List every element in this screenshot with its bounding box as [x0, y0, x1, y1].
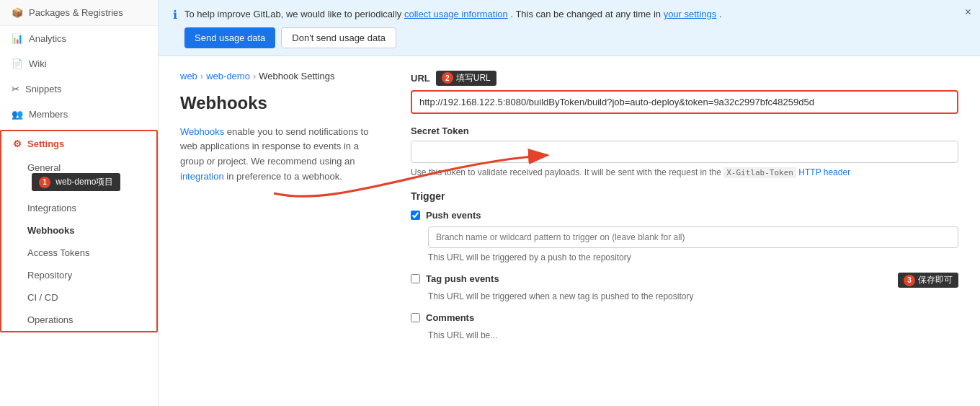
- content-wrapper: web › web-demo › Webhook Settings Webhoo…: [159, 56, 980, 407]
- close-icon[interactable]: ×: [965, 6, 971, 19]
- comments-label[interactable]: Comments: [426, 312, 474, 323]
- content-area: web › web-demo › Webhook Settings Webhoo…: [159, 56, 980, 357]
- fill-url-badge: 2 填写URL: [436, 71, 496, 86]
- breadcrumb: web › web-demo › Webhook Settings: [180, 71, 382, 81]
- comments-checkbox[interactable]: [411, 313, 420, 322]
- push-events-group: Push events This URL will be triggered b…: [411, 209, 958, 264]
- members-item[interactable]: 👥 Members: [0, 102, 158, 127]
- page-title: Webhooks: [180, 93, 382, 113]
- main-content: ℹ To help improve GitLab, we would like …: [159, 0, 980, 406]
- settings-integrations[interactable]: Integrations: [1, 197, 156, 219]
- webhooks-link[interactable]: Webhooks: [180, 126, 224, 137]
- breadcrumb-web[interactable]: web: [180, 71, 197, 81]
- scissors-icon: ✂: [12, 84, 19, 94]
- packages-registries-item[interactable]: 📦 Packages & Registries: [0, 0, 158, 26]
- members-icon: 👥: [12, 109, 23, 120]
- badge2-circle: 2: [442, 72, 453, 84]
- sidebar: 📦 Packages & Registries 📊 Analytics 📄 Wi…: [0, 0, 159, 406]
- info-icon: ℹ: [173, 8, 177, 22]
- banner-content: To help improve GitLab, we would like to…: [184, 7, 966, 48]
- push-events-row: Push events: [411, 209, 958, 221]
- tag-push-group: Tag push events This URL will be trigger…: [411, 273, 958, 303]
- breadcrumb-web-demo[interactable]: web-demo: [206, 71, 250, 81]
- url-label: URL: [411, 73, 430, 84]
- badge3-circle: 3: [904, 275, 915, 286]
- tag-push-row: Tag push events: [411, 273, 958, 284]
- package-icon: 📦: [12, 7, 23, 18]
- settings-access-tokens[interactable]: Access Tokens: [1, 242, 156, 264]
- push-events-checkbox[interactable]: [411, 211, 420, 220]
- web-demo-tooltip: 1 web-demo项目: [32, 173, 120, 191]
- badge1-circle: 1: [39, 177, 50, 188]
- trigger-label: Trigger: [411, 190, 958, 202]
- gear-icon: ⚙: [13, 138, 22, 149]
- comments-hint: This URL will be...: [428, 329, 958, 342]
- http-header-link[interactable]: HTTP header: [798, 167, 850, 177]
- url-input[interactable]: [411, 90, 958, 114]
- settings-section: ⚙ Settings General 1 web-demo项目 Integrat…: [0, 130, 158, 332]
- banner-buttons: Send usage data Don't send usage data: [184, 27, 966, 48]
- wiki-item[interactable]: 📄 Wiki: [0, 51, 158, 76]
- comments-group: Comments This URL will be...: [411, 312, 958, 342]
- settings-ci-cd[interactable]: CI / CD: [1, 286, 156, 309]
- secret-token-form-group: Secret Token Use this token to validate …: [411, 125, 958, 180]
- right-panel: URL 2 填写URL Secret Token Use this token: [411, 71, 958, 343]
- settings-repository[interactable]: Repository: [1, 264, 156, 286]
- push-events-hint: This URL will be triggered by a push to …: [428, 251, 958, 264]
- save-badge: 3 保存即可: [898, 273, 958, 288]
- comments-row: Comments: [411, 312, 958, 323]
- secret-token-hint: Use this token to validate received payl…: [411, 166, 958, 180]
- secret-token-input[interactable]: [411, 141, 958, 163]
- tag-push-label[interactable]: Tag push events: [426, 273, 499, 284]
- tag-push-checkbox[interactable]: [411, 274, 420, 283]
- settings-webhooks[interactable]: Webhooks: [1, 219, 156, 242]
- chart-icon: 📊: [12, 33, 23, 44]
- wiki-icon: 📄: [12, 58, 23, 69]
- push-events-label[interactable]: Push events: [426, 210, 481, 221]
- dont-send-button[interactable]: Don't send usage data: [281, 27, 396, 48]
- settings-header[interactable]: ⚙ Settings: [1, 131, 156, 156]
- settings-operations[interactable]: Operations: [1, 309, 156, 331]
- info-banner: ℹ To help improve GitLab, we would like …: [159, 0, 980, 56]
- settings-general[interactable]: General 1 web-demo项目: [1, 156, 156, 197]
- webhooks-description: Webhooks enable you to send notification…: [180, 125, 382, 185]
- tag-push-hint: This URL will be triggered when a new ta…: [428, 290, 958, 303]
- url-form-group: URL 2 填写URL: [411, 71, 958, 114]
- branch-pattern-input[interactable]: [428, 226, 958, 248]
- snippets-item[interactable]: ✂ Snippets: [0, 76, 158, 102]
- send-usage-button[interactable]: Send usage data: [184, 27, 275, 48]
- analytics-item[interactable]: 📊 Analytics: [0, 26, 158, 51]
- left-panel: web › web-demo › Webhook Settings Webhoo…: [180, 71, 382, 343]
- integration-link[interactable]: integration: [180, 171, 224, 182]
- collect-usage-link[interactable]: collect usage information: [404, 9, 508, 19]
- secret-token-label: Secret Token: [411, 125, 958, 136]
- your-settings-link[interactable]: your settings: [664, 9, 717, 19]
- trigger-section: Trigger Push events This URL will be tri…: [411, 190, 958, 342]
